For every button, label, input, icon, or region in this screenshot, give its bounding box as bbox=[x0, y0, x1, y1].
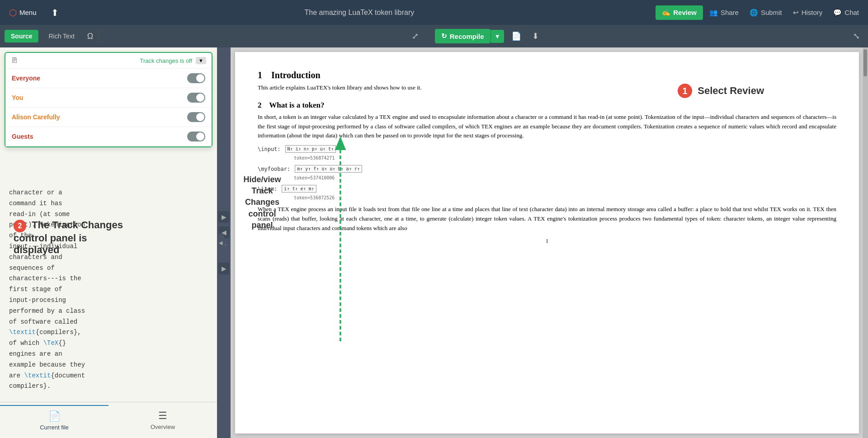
topbar-right: ✍ Review 👥 Share 🌐 Submit ↩ History 💬 Ch… bbox=[656, 5, 863, 20]
menu-button[interactable]: ⬡ Menu bbox=[5, 5, 41, 21]
token-box-3: i↑ t↑ e↑ m↑ bbox=[282, 185, 316, 193]
share-icon: 👥 bbox=[709, 9, 718, 17]
editor-toolbar: Source Rich Text Ω ⤢ ↻ Recompile ▼ 📄 ⬇ ⤡ bbox=[0, 25, 868, 47]
review-icon: ✍ bbox=[662, 9, 670, 17]
collapse-pdf-button[interactable]: ⤡ bbox=[849, 29, 863, 43]
submit-icon: 🌐 bbox=[750, 9, 758, 17]
review-button[interactable]: ✍ Review bbox=[656, 5, 703, 20]
code-line-1: \input: N↑ i↑ n↑ p↑ u↑ t↑ bbox=[258, 145, 836, 153]
track-alison-toggle[interactable] bbox=[187, 112, 205, 122]
upload-button[interactable]: ⬆ bbox=[47, 5, 63, 21]
recompile-label: Recompile bbox=[450, 33, 484, 40]
download-icon-button[interactable]: ⬇ bbox=[528, 29, 542, 43]
code-block-myfoobar: \myfoobar: m↑ y↑ f↑ o↑ o↑ b↑ a↑ r↑ token… bbox=[258, 165, 836, 180]
menu-label: Menu bbox=[19, 9, 37, 16]
section1-body: This article explains LuaTEX's token lib… bbox=[258, 83, 836, 93]
token-num-2: token=537410006 bbox=[294, 175, 836, 180]
pdf-scrollbar-thumb[interactable] bbox=[863, 49, 867, 76]
share-button[interactable]: 👥 Share bbox=[705, 6, 743, 19]
arrows-panel: ▶ ◀ ⋮ ▶ ◀ bbox=[217, 47, 231, 438]
overview-icon: ☰ bbox=[158, 410, 167, 422]
track-row-guests: Guests bbox=[5, 127, 212, 146]
main-content: 🖹 Track changes is off ▼ Everyone You Al… bbox=[0, 47, 868, 438]
current-file-tab[interactable]: 📄 Current file bbox=[0, 405, 108, 435]
share-label: Share bbox=[721, 9, 739, 16]
recompile-dropdown-button[interactable]: ▼ bbox=[491, 30, 504, 43]
chat-icon: 💬 bbox=[833, 9, 842, 17]
track-status-text: Track changes is off bbox=[22, 57, 192, 64]
overleaf-logo-icon: ⬡ bbox=[9, 7, 17, 18]
pdf-view-icon-button[interactable]: 📄 bbox=[508, 29, 525, 43]
pdf-section-2: 2 What is a token? In short, a token is … bbox=[258, 101, 836, 233]
section2-body2: When a TEX engine process an input file … bbox=[258, 205, 836, 233]
source-mode-button[interactable]: Source bbox=[5, 30, 38, 42]
arrow-right-button[interactable]: ▶ bbox=[218, 211, 229, 223]
arrow-down-button[interactable]: ▶ bbox=[218, 263, 229, 274]
section2-title: 2 What is a token? bbox=[258, 101, 836, 110]
history-icon: ↩ bbox=[793, 9, 799, 17]
code-label-input: \input: bbox=[258, 146, 281, 152]
track-guests-toggle[interactable] bbox=[187, 132, 205, 141]
submit-button[interactable]: 🌐 Submit bbox=[745, 6, 787, 19]
token-box-1: N↑ i↑ n↑ p↑ u↑ t↑ bbox=[285, 145, 336, 153]
history-button[interactable]: ↩ History bbox=[788, 6, 827, 19]
overview-tab[interactable]: ☰ Overview bbox=[108, 405, 217, 435]
track-row-alison: Alison Carefully bbox=[5, 108, 212, 127]
recompile-button[interactable]: ↻ Recompile bbox=[435, 29, 491, 43]
track-you-label: You bbox=[12, 94, 187, 101]
token-num-1: token=536874271 bbox=[294, 155, 836, 160]
track-you-toggle[interactable] bbox=[187, 93, 205, 103]
pdf-panel: 1 Select Review Hide/viewTrackChangescon… bbox=[231, 47, 868, 438]
track-row-you: You bbox=[5, 88, 212, 108]
recompile-group: ↻ Recompile ▼ bbox=[435, 29, 504, 43]
cmd-textit2: \textit bbox=[24, 372, 51, 379]
track-row-everyone: Everyone bbox=[5, 69, 212, 88]
section1-title: 1 Introduction bbox=[258, 70, 836, 80]
track-panel-header: 🖹 Track changes is off ▼ bbox=[5, 53, 212, 69]
track-everyone-label: Everyone bbox=[12, 75, 187, 82]
current-file-icon: 📄 bbox=[48, 410, 61, 422]
pdf-section-1: 1 Introduction This article explains Lua… bbox=[258, 70, 836, 93]
code-block-item: \item: i↑ t↑ e↑ m↑ token=536872526 bbox=[258, 185, 836, 200]
track-status-dropdown[interactable]: ▼ bbox=[196, 57, 206, 64]
document-title: The amazing LuaTeX token library bbox=[68, 9, 651, 17]
richtext-mode-button[interactable]: Rich Text bbox=[42, 30, 80, 42]
track-changes-panel: 🖹 Track changes is off ▼ Everyone You Al… bbox=[5, 52, 212, 147]
track-everyone-toggle[interactable] bbox=[187, 73, 205, 83]
track-alison-label: Alison Carefully bbox=[12, 113, 187, 121]
chat-button[interactable]: 💬 Chat bbox=[829, 6, 863, 19]
token-num-3: token=536872526 bbox=[294, 195, 836, 200]
toolbar-divider-1 bbox=[99, 30, 99, 42]
code-line-3: \item: i↑ t↑ e↑ m↑ bbox=[258, 185, 836, 193]
expand-icon-button[interactable]: ⤢ bbox=[408, 29, 422, 43]
collapse-panel-button[interactable]: ◀ bbox=[217, 234, 224, 252]
section2-body: In short, a token is an integer value ca… bbox=[258, 113, 836, 141]
pdf-scrollbar[interactable] bbox=[863, 47, 868, 438]
section1-num: 1 bbox=[258, 70, 262, 80]
code-label-item: \item: bbox=[258, 186, 277, 192]
pdf-page-number: 1 bbox=[258, 238, 836, 245]
overview-label: Overview bbox=[151, 424, 175, 430]
topbar: ⬡ Menu ⬆ The amazing LuaTeX token librar… bbox=[0, 0, 868, 25]
source-line: character or acommand it hasread-in (at … bbox=[9, 189, 85, 390]
source-footer: 📄 Current file ☰ Overview bbox=[0, 402, 217, 438]
code-label-myfoobar: \myfoobar: bbox=[258, 166, 290, 172]
code-block-input: \input: N↑ i↑ n↑ p↑ u↑ t↑ token=53687427… bbox=[258, 145, 836, 160]
history-label: History bbox=[802, 9, 823, 16]
token-box-2: m↑ y↑ f↑ o↑ o↑ b↑ a↑ r↑ bbox=[295, 165, 362, 173]
chat-label: Chat bbox=[844, 9, 859, 16]
topbar-left: ⬡ Menu ⬆ bbox=[5, 5, 63, 21]
track-guests-label: Guests bbox=[12, 133, 187, 140]
review-label: Review bbox=[673, 9, 697, 16]
cmd-textit1: \textit bbox=[9, 329, 36, 336]
source-panel: 🖹 Track changes is off ▼ Everyone You Al… bbox=[0, 47, 217, 438]
track-panel-icon: 🖹 bbox=[11, 57, 18, 65]
recompile-icon: ↻ bbox=[441, 32, 447, 40]
code-line-2: \myfoobar: m↑ y↑ f↑ o↑ o↑ b↑ a↑ r↑ bbox=[258, 165, 836, 173]
submit-label: Submit bbox=[761, 9, 782, 16]
current-file-label: Current file bbox=[40, 424, 69, 431]
section2-num: 2 bbox=[258, 101, 262, 109]
pdf-viewer[interactable]: 1 Introduction This article explains Lua… bbox=[235, 52, 859, 433]
omega-symbol: Ω bbox=[87, 32, 93, 41]
cmd-tex: \TeX bbox=[43, 339, 59, 347]
